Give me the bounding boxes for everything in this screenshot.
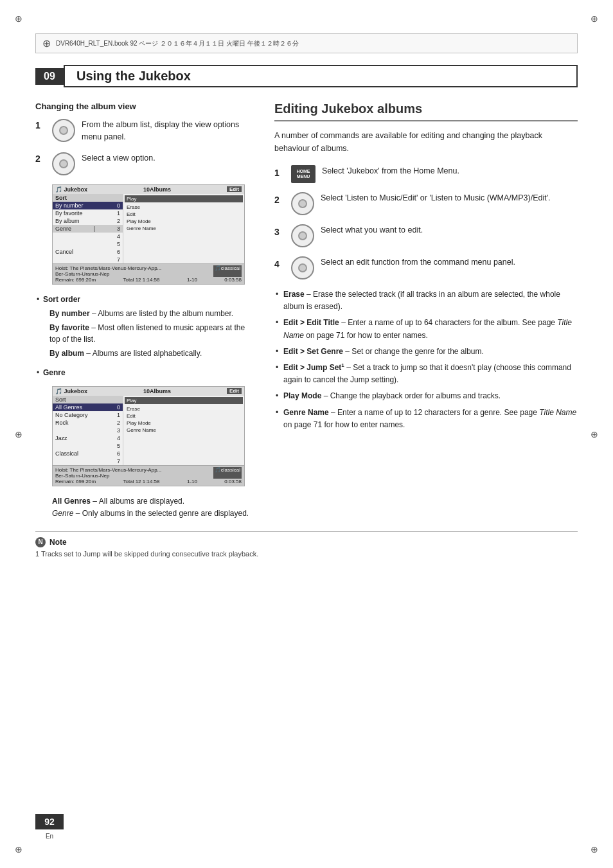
edit-jumpset-item: Edit > Jump Set1 – Set a track to jump s… [283,362,578,386]
edit-erase-item: Erase – Erase the selected track (if all… [283,288,578,313]
screen2-play-btn: Play [125,397,243,404]
screen1-footer-row1: Holst: The Planets/Mars-Venus-Mercury-Ap… [55,265,242,277]
screen2-count: 10Albums [143,388,171,394]
screen2-title: 🎵 Jukebox [55,388,87,394]
wheel-inner-r2 [298,199,307,208]
right-step-4-text: Select an edit function from the command… [321,256,578,269]
step-2-row: 2 Select a view option. [35,152,254,175]
sort-order-section: Sort order By number – Albums are listed… [35,294,254,359]
edit-jumpset-label: Edit > Jump Set1 [283,363,344,372]
screen2-remain: Remain: 699:20m [55,479,96,484]
top-bar-cross: ⊕ [42,37,51,49]
screen1-playmode: Play Mode [125,218,243,225]
top-bar-text: DVR640H_RLT_EN.book 92 ページ ２０１６年４月１１日 火曜… [56,39,299,48]
reg-mark-mr: ⊕ [587,427,601,441]
genre-desc: All Genres – All albums are displayed. G… [52,495,254,520]
screen1-erase: Erase [125,204,243,211]
screen1-genrename: Genre Name [125,225,243,232]
sort-order-heading: Sort order [43,295,80,304]
main-content: Changing the album view 1 From the album… [35,102,578,520]
screen1-footer-row2: Remain: 699:20m Total 12 1:14:58 1-10 0:… [55,277,242,283]
screen2-rock: Rock2 [53,419,123,427]
step-2-icon [52,152,75,175]
home-btn-top: HOME [297,169,310,174]
right-step-2-num: 2 [274,195,285,205]
page-number: 92 [35,814,64,829]
screen2-no-cat: No Category1 [53,411,123,419]
reg-mark-tr: ⊕ [587,12,601,26]
edit-genre-item: Edit > Set Genre – Set or change the gen… [283,346,578,358]
step-1-text: From the album list, display the view op… [82,119,254,143]
right-step-2-text: Select 'Listen to Music/Edit' or 'Listen… [321,192,578,204]
right-heading: Editing Jukebox albums [274,102,578,121]
screen1-pages: 1-10 [187,277,197,283]
note-header: N Note [35,537,578,547]
chapter-number: 09 [35,68,64,85]
screen1-by-number: By number0 [53,202,123,209]
left-section-title: Changing the album view [35,102,254,111]
screen1-right-panel: Play Erase Edit Play Mode Genre Name [123,194,244,263]
screen2-pages: 1-10 [187,479,197,484]
by-number-label: By number [49,309,90,318]
step-2-num: 2 [35,154,46,164]
by-album-item: By album – Albums are listed alphabetica… [49,348,254,359]
reg-mark-ml: ⊕ [12,427,26,441]
genre-heading: Genre [43,368,66,377]
wheel-inner-2 [59,159,68,168]
screen1-row5: 5 [53,240,123,248]
edit-genrename-item: Genre Name – Enter a name of up to 12 ch… [283,407,578,431]
screen2-header: 🎵 Jukebox 10Albums Edit [53,387,244,396]
screen1-footer: Holst: The Planets/Mars-Venus-Mercury-Ap… [53,263,244,284]
screen1-edit: Edit [125,211,243,218]
screen2-total: Total 12 1:14:58 [123,479,160,484]
by-number-item: By number – Albums are listed by the alb… [49,308,254,319]
screen2-edit-btn: Edit [227,388,242,394]
screen-mock-2: 🎵 Jukebox 10Albums Edit Sort All Genres0… [52,386,245,486]
all-genres-label: All Genres [52,497,91,506]
screen1-count: 10Albums [143,186,171,193]
right-step-3-text: Select what you want to edit. [321,224,578,236]
screen1-classical: 🎵classical [213,265,242,277]
step-1-row: 1 From the album list, display the view … [35,119,254,143]
screen2-all-genres: All Genres0 [53,403,123,411]
screen1-sort-label: Sort [53,194,123,202]
screen1-by-favorite: By favorite1 [53,209,123,217]
screen2-sort-row: Sort [53,396,123,403]
edit-genre-label: Edit > Set Genre [283,347,343,356]
right-intro: A number of commands are available for e… [274,129,578,155]
screen2-body: Sort All Genres0 No Category1 Rock2 3 [53,396,244,465]
screen1-edit-btn: Edit [227,186,242,192]
screen2-jazz: Jazz4 [53,434,123,442]
edit-title-label: Edit > Edit Title [283,318,339,327]
title-name-ref2: Title Name [539,408,576,417]
screen2-classical: Classical6 [53,450,123,457]
screen1-row4: 4 [53,233,123,240]
sort-order-bullet: Sort order [43,294,254,305]
screen1-track-info: Holst: The Planets/Mars-Venus-Mercury-Ap… [55,265,161,277]
screen2-track-info: Holst: The Planets/Mars-Venus-Mercury-Ap… [55,467,161,479]
screen2-genrename: Genre Name [125,427,243,434]
right-step-4-row: 4 Select an edit function from the comma… [274,256,578,279]
screen1-total: Total 12 1:14:58 [123,277,160,283]
screen1-by-album: By album2 [53,217,123,225]
screen1-title: 🎵 Jukebox [55,186,87,193]
right-step-3-icon [291,224,314,247]
screen2-right-panel: Play Erase Edit Play Mode Genre Name [123,396,244,465]
edit-title-item: Edit > Edit Title – Enter a name of up t… [283,317,578,341]
edit-bullets: Erase – Erase the selected track (if all… [274,288,578,431]
home-btn-bot: MENU [297,174,310,179]
screen1-genre-label: Genre|3 [53,225,123,233]
right-step-4-num: 4 [274,259,285,269]
right-step-2-row: 2 Select 'Listen to Music/Edit' or 'List… [274,192,578,215]
left-column: Changing the album view 1 From the album… [35,102,254,520]
chapter-header: 09 Using the Jukebox [35,65,578,87]
note-text-1: 1 Tracks set to Jump will be skipped dur… [35,550,578,558]
screen1-cancel: Cancel6 [53,248,123,256]
by-favorite-label: By favorite [49,323,89,332]
screen2-footer: Holst: The Planets/Mars-Venus-Mercury-Ap… [53,465,244,486]
screen1-remain: Remain: 699:20m [55,277,96,283]
note-icon: N [35,537,46,547]
chapter-title: Using the Jukebox [64,65,578,87]
screen1-left-panel: Sort By number0 By favorite1 By album2 G… [53,194,123,263]
reg-mark-bl: ⊕ [12,842,26,856]
